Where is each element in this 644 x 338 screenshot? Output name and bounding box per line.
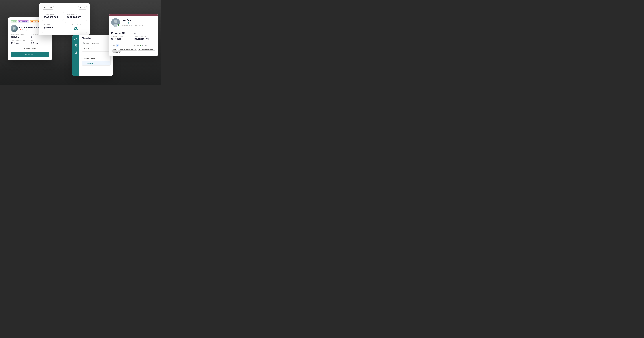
status-label: STATUS <box>134 44 139 46</box>
fund-name: Office Property Fund <box>19 26 41 29</box>
days-to-close-value: 28 <box>67 26 85 31</box>
profile-card: ✓ Lou Dean lou.dean@company.com Last log… <box>109 14 158 56</box>
manager-label: ACCOUNT MANAGER <box>134 36 156 38</box>
tags-group: TAGS 4 <box>111 44 133 47</box>
status-dropdown: All Pending deposit ✓ Allocated <box>82 51 110 66</box>
status-group: STATUS Active <box>134 44 156 46</box>
profile-details: LOCATION Melbourne, AU AGE 36 AVAILABLE … <box>109 28 158 42</box>
invest-now-button[interactable]: Invest now <box>11 52 49 57</box>
badge-wholesale: WHOLESALE <box>30 20 40 23</box>
location-label: LOCATION <box>111 30 132 32</box>
metric-remaining: REMAINING $30,00,000 <box>42 22 64 33</box>
metrics-grid: TOTAL PIPELINE $149,500,000 RISK WEIGHTE… <box>42 12 87 33</box>
chip-interest: EXPRESSED INTEREST <box>138 48 155 50</box>
stat-cash-return: TARGET CASH RETURN 6.8% p.a. <box>11 40 29 44</box>
building-icon: 🏢 <box>11 25 18 32</box>
funds-value: $250 - $1M <box>111 38 132 40</box>
metric-total-pipeline: TOTAL PIPELINE $149,500,000 <box>42 12 64 21</box>
remaining-value: $30,00,000 <box>44 26 62 29</box>
fund-location: 📍 Sydney, AU <box>19 29 41 31</box>
dashboard-header: Dashboard ⬆ CSV <box>42 6 87 10</box>
profile-chips: HNW EXPERIENCED INVESTOR EXPRESSED INTER… <box>111 48 156 54</box>
profile-email[interactable]: lou.dean@company.com <box>122 22 143 24</box>
location-value: Melbourne, AU <box>111 32 132 34</box>
chip-mail: MAIL ONLY <box>111 51 121 54</box>
cash-return-label: TARGET CASH RETURN <box>11 40 29 41</box>
tags-section: TAGS 4 STATUS Active HNW EXPERIENCED INV… <box>109 42 158 56</box>
allocations-sidebar <box>72 35 80 76</box>
risk-weighted-value: $120,200,000 <box>67 16 85 19</box>
profile-info: Lou Dean lou.dean@company.com Last login… <box>122 19 143 26</box>
search-allocations-input[interactable] <box>86 42 109 44</box>
check-icon: ✓ <box>84 62 85 64</box>
tags-count: 4 <box>116 44 119 47</box>
search-icon: 🔍 <box>83 42 85 44</box>
profile-avatar-wrapper: ✓ <box>111 18 120 27</box>
refresh-icon <box>74 37 78 41</box>
chip-experienced: EXPERIENCED INVESTOR <box>118 48 137 50</box>
fund-avatar: 🏢 <box>11 25 18 32</box>
cards-container: OPEN MULTI-ASSET WHOLESALE 🏢 Office Prop… <box>0 0 161 84</box>
detail-manager: ACCOUNT MANAGER Douglas Browne <box>134 36 156 40</box>
tags-status-row: TAGS 4 STATUS Active <box>111 44 156 47</box>
dashboard-tab[interactable]: Dashboard <box>42 6 54 10</box>
detail-location: LOCATION Melbourne, AU <box>111 30 132 34</box>
walt-value: 7.8 years <box>31 42 49 44</box>
risk-weighted-label: RISK WEIGHTED <box>67 14 85 15</box>
tags-label: TAGS <box>111 44 115 46</box>
raising-value: $150.2m <box>11 36 29 38</box>
metric-days-to-close: DAYS TO CLOSE 28 <box>65 22 87 33</box>
csv-button[interactable]: ⬆ CSV <box>78 6 87 10</box>
fund-stats: RAISING NEW EQUITY $150.2m TOTAL ASSETS … <box>11 34 49 44</box>
profile-header: ✓ Lou Dean lou.dean@company.com Last log… <box>109 16 158 28</box>
transfer-icon <box>74 50 78 54</box>
raising-label: RAISING NEW EQUITY <box>11 34 29 36</box>
total-pipeline-label: TOTAL PIPELINE <box>44 14 62 15</box>
svg-point-5 <box>114 20 117 23</box>
allocations-content: Allocations 🔍 Status: All All Pending de… <box>80 35 113 68</box>
status-dot-icon <box>140 45 141 46</box>
cash-return-value: 6.8% p.a. <box>11 42 29 44</box>
manager-value: Douglas Browne <box>134 38 156 40</box>
metric-risk-weighted: RISK WEIGHTED $120,200,000 <box>65 12 87 21</box>
funds-label: AVAILABLE FUNDS <box>111 36 132 38</box>
status-value: Active <box>142 44 147 46</box>
dashboard-card: Dashboard ⬆ CSV TOTAL PIPELINE $149,500,… <box>39 3 90 36</box>
filter-all[interactable]: All <box>82 52 110 56</box>
allocations-card: Allocations 🔍 Status: All All Pending de… <box>72 35 113 76</box>
total-pipeline-value: $149,500,000 <box>44 16 62 19</box>
search-allocations-box[interactable]: 🔍 <box>82 41 110 46</box>
dollar-circle-icon <box>74 44 78 48</box>
age-value: 36 <box>134 32 156 34</box>
badge-multi-asset: MULTI-ASSET <box>18 20 29 23</box>
remaining-label: REMAINING <box>44 24 62 25</box>
download-im-button[interactable]: ⬇ Download IM <box>11 46 49 51</box>
filter-allocated[interactable]: ✓ Allocated <box>82 61 110 66</box>
profile-last-login: Last login 11 Nov 2023, 9:48 AM <box>122 24 143 26</box>
filter-pending[interactable]: Pending deposit <box>82 56 110 61</box>
location-pin-icon: 📍 <box>19 29 21 31</box>
upload-icon: ⬆ <box>80 7 81 9</box>
allocations-title: Allocations <box>82 37 110 40</box>
verified-icon: ✓ <box>117 24 120 26</box>
badge-open: OPEN <box>11 20 17 23</box>
days-to-close-label: DAYS TO CLOSE <box>67 24 85 25</box>
fund-info: Office Property Fund 📍 Sydney, AU <box>19 26 41 31</box>
chip-hnw: HNW <box>111 48 117 50</box>
status-filter-button[interactable]: Status: All <box>82 47 92 50</box>
stat-walt: WALT 7.8 years <box>31 40 49 44</box>
profile-header-bar <box>109 14 158 16</box>
walt-label: WALT <box>31 40 49 41</box>
stat-raising: RAISING NEW EQUITY $150.2m <box>11 34 29 38</box>
age-label: AGE <box>134 30 156 32</box>
total-assets-value: 5 <box>31 36 49 38</box>
detail-funds: AVAILABLE FUNDS $250 - $1M <box>111 36 132 40</box>
profile-name: Lou Dean <box>122 19 143 22</box>
detail-age: AGE 36 <box>134 30 156 34</box>
download-icon: ⬇ <box>24 48 25 50</box>
